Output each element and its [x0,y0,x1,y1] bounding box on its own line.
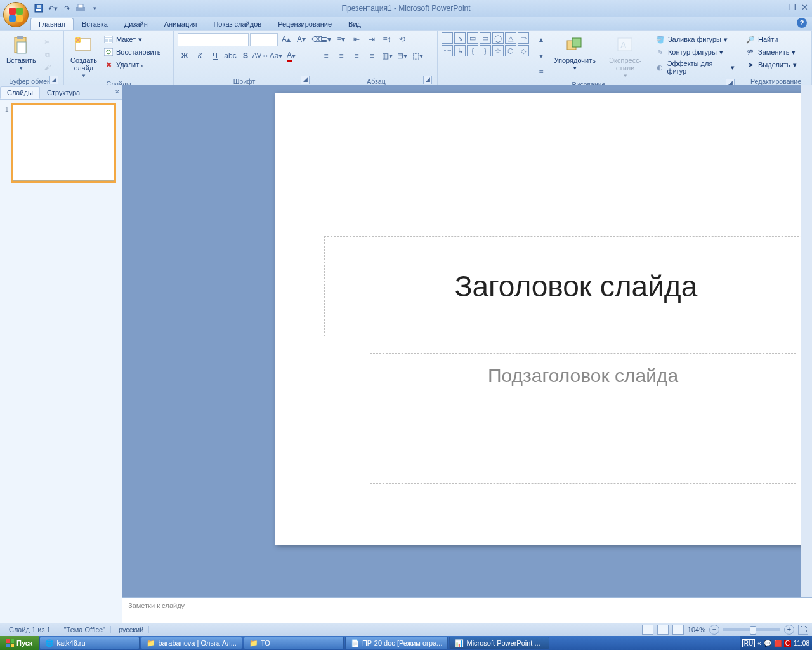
tab-design[interactable]: Дизайн [116,18,156,30]
change-case-button[interactable]: Aa▾ [269,49,283,63]
title-placeholder[interactable]: Заголовок слайда [324,236,812,336]
copy-button[interactable]: ⧉ [41,49,54,60]
taskbar-item-4[interactable]: 📊Microsoft PowerPoint ... [449,637,549,649]
format-painter-button[interactable]: 🖌 [41,62,54,73]
align-center-button[interactable]: ≡ [334,49,348,63]
paste-button[interactable]: Вставить ▼ [4,32,39,71]
taskbar-item-0[interactable]: 🌐katk46.ru [39,637,140,649]
notes-pane[interactable]: Заметки к слайду [122,597,812,623]
tray-expand-icon[interactable]: « [757,640,761,647]
italic-button[interactable]: К [193,49,207,63]
cut-button[interactable]: ✂ [41,36,54,48]
numbering-button[interactable]: ≡▾ [334,32,348,46]
view-sorter-button[interactable] [657,625,669,635]
underline-button[interactable]: Ч [208,49,222,63]
arrange-button[interactable]: Упорядочить▼ [553,32,597,71]
char-spacing-button[interactable]: AV↔ [254,49,268,63]
indent-inc-button[interactable]: ⇥ [365,32,379,46]
replace-button[interactable]: ᵃ⁄ᵇЗаменить ▾ [744,46,798,58]
vertical-scrollbar[interactable] [801,85,812,623]
clock[interactable]: 11:08 [794,640,809,647]
panel-tab-slides[interactable]: Слайды [0,86,40,99]
find-button[interactable]: 🔎Найти [744,34,798,45]
align-left-button[interactable]: ≡ [319,49,333,63]
undo-icon[interactable]: ↶▾ [47,3,58,14]
view-normal-button[interactable] [642,625,653,635]
shapes-more-up[interactable]: ▴ [534,32,548,46]
taskbar-item-1[interactable]: 📁barabanova | Ольга Ал... [141,637,242,649]
font-color-button[interactable]: A▾ [284,49,298,63]
panel-close-button[interactable]: × [115,88,119,95]
shape-outline-button[interactable]: ✎Контур фигуры ▾ [654,46,736,58]
line-spacing-button[interactable]: ≡↕ [380,32,394,46]
font-size-select[interactable] [250,33,278,46]
tab-insert[interactable]: Вставка [74,18,116,30]
shapes-more-down[interactable]: ▾ [534,49,548,63]
slide-canvas[interactable]: Заголовок слайда Подзаголовок слайда [275,93,812,545]
language-indicator[interactable]: RU [742,639,755,647]
shapes-gallery[interactable]: —↘▭▭◯△⇨ 〰↳{}☆⬡◇ [442,32,529,56]
tab-view[interactable]: Вид [340,18,369,30]
svg-rect-14 [104,48,113,56]
strike-button[interactable]: abc [223,49,237,63]
shadow-button[interactable]: S [239,49,252,63]
zoom-slider[interactable] [723,628,780,631]
shapes-more-button[interactable]: ≡ [534,65,548,79]
tray-icon-3[interactable]: C [784,640,791,647]
status-language[interactable]: русский [114,626,149,633]
tray-icon-2[interactable]: 🟥 [774,640,782,647]
save-icon[interactable] [33,3,44,14]
quickprint-icon[interactable] [75,3,86,14]
font-family-select[interactable] [178,33,249,46]
align-justify-button[interactable]: ≡ [365,49,379,63]
font-launcher[interactable]: ◢ [301,76,310,84]
slide-editor[interactable]: Заголовок слайда Подзаголовок слайда [122,85,812,623]
start-button[interactable]: Пуск [0,636,39,650]
shrink-font-button[interactable]: A▾ [294,32,308,46]
zoom-out-button[interactable]: − [709,625,719,635]
taskbar-item-2[interactable]: 📁ТО [244,637,344,649]
grow-font-button[interactable]: A▴ [279,32,293,46]
qat-customize-icon[interactable]: ▾ [89,3,100,14]
view-slideshow-button[interactable] [672,625,684,635]
minimize-button[interactable]: — [775,3,783,12]
align-text-button[interactable]: ⊟▾ [395,49,409,63]
slide-thumbnail-1[interactable]: 1 [5,105,117,181]
tray-icon-1[interactable]: 💬 [764,640,771,647]
help-button[interactable]: ? [797,18,807,28]
tab-slideshow[interactable]: Показ слайдов [205,18,270,30]
layout-button[interactable]: Макет ▾ [102,34,162,45]
indent-dec-button[interactable]: ⇤ [350,32,363,46]
subtitle-placeholder[interactable]: Подзаголовок слайда [370,353,796,484]
close-button[interactable]: ✕ [801,3,808,12]
select-button[interactable]: ➤Выделить ▾ [744,59,798,70]
paragraph-launcher[interactable]: ◢ [423,76,432,84]
delete-slide-button[interactable]: ✖Удалить [102,59,162,70]
bucket-icon: 🪣 [655,34,665,44]
folder-icon: 📁 [249,639,258,647]
zoom-percent[interactable]: 104% [688,626,705,633]
redo-icon[interactable]: ↷ [61,3,72,14]
status-slide-count: Слайд 1 из 1 [4,626,56,633]
tab-animations[interactable]: Анимация [156,18,206,30]
fit-window-button[interactable]: ⛶ [798,625,808,635]
reset-button[interactable]: Восстановить [102,46,162,58]
panel-tab-outline[interactable]: Структура [40,86,87,99]
quick-styles-button[interactable]: A Экспресс-стили▼ [599,32,652,79]
zoom-in-button[interactable]: + [784,625,794,635]
bullets-button[interactable]: ≣▾ [319,32,333,46]
clipboard-launcher[interactable]: ◢ [49,76,58,84]
bold-button[interactable]: Ж [178,49,192,63]
restore-button[interactable]: ❐ [789,3,796,12]
taskbar-item-3[interactable]: 📄ПР-20.doc [Режим огра... [345,637,449,649]
align-right-button[interactable]: ≡ [350,49,363,63]
shape-effects-button[interactable]: ◐Эффекты для фигур ▾ [654,59,736,76]
text-direction-button[interactable]: ⟲ [395,32,409,46]
office-button[interactable] [3,2,29,27]
tab-review[interactable]: Рецензирование [270,18,340,30]
shape-fill-button[interactable]: 🪣Заливка фигуры ▾ [654,34,736,45]
smartart-button[interactable]: ⬚▾ [410,49,424,63]
new-slide-button[interactable]: Создать слайд ▼ [68,32,100,79]
tab-home[interactable]: Главная [30,18,74,30]
columns-button[interactable]: ▥▾ [380,49,394,63]
